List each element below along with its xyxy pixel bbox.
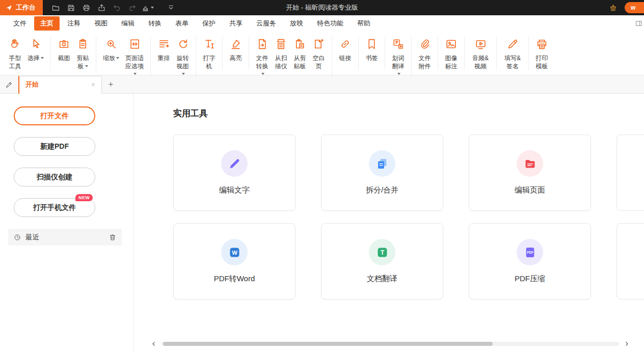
bookmark-icon	[365, 38, 378, 50]
ribbon-item-print-template[interactable]: 打印模板	[532, 36, 551, 70]
scroll-right-icon[interactable]	[624, 341, 630, 347]
foxit-logo-icon	[5, 4, 13, 12]
ribbon-group: 书签	[359, 36, 385, 70]
edit-text-icon	[228, 157, 242, 171]
ribbon-item-scanner[interactable]: 从扫描仪	[272, 36, 290, 70]
reflow-icon	[157, 38, 170, 50]
ribbon-item-paste-clipboard[interactable]: 从剪贴板	[290, 36, 309, 70]
tool-card-label: PDF压缩	[515, 274, 545, 284]
redo-icon	[128, 4, 137, 12]
pen-tool-button[interactable]	[0, 75, 18, 94]
ribbon-item-clipboard[interactable]: 剪贴板	[73, 36, 92, 70]
menu-item[interactable]: 编辑	[115, 16, 141, 31]
menu-item[interactable]: 共享	[223, 16, 249, 31]
ribbon-item-reflow[interactable]: 重排	[154, 36, 173, 63]
undo-button[interactable]	[109, 0, 124, 15]
tool-card[interactable]: PDF压缩	[469, 223, 591, 300]
menu-item[interactable]: 放映	[284, 16, 309, 31]
menu-item[interactable]: 表单	[169, 16, 195, 31]
basket-icon	[609, 4, 618, 12]
fill-sign-icon	[506, 38, 519, 50]
ribbon-item-attachment[interactable]: 文件附件	[415, 36, 434, 70]
ribbon-item-label: 缩放	[103, 55, 119, 63]
tab-start[interactable]: 开始	[18, 76, 102, 94]
scrollbar-track[interactable]	[162, 342, 619, 346]
open-folder-button[interactable]	[48, 0, 63, 15]
print-icon	[82, 4, 91, 12]
tool-card[interactable]: 文档翻译	[321, 223, 443, 300]
ribbon-item-label: 文件附件	[419, 55, 431, 70]
ribbon-group: 音频&视频	[465, 36, 497, 70]
tool-card[interactable]: 拆分/合并	[321, 134, 443, 211]
workspace-button[interactable]: 工作台	[0, 0, 43, 15]
member-pill-button[interactable]: w	[625, 2, 644, 13]
ribbon-item-translate[interactable]: 划词翻译	[389, 36, 408, 78]
redo-button[interactable]	[124, 0, 140, 15]
horizontal-scrollbar[interactable]	[151, 340, 630, 348]
menu-item[interactable]: 云服务	[250, 16, 282, 31]
clear-recent-button[interactable]	[109, 233, 117, 241]
panel-toggle-button[interactable]	[635, 19, 643, 28]
menu-item[interactable]: 转换	[142, 16, 168, 31]
scroll-left-icon[interactable]	[151, 341, 157, 347]
recent-section[interactable]: 最近	[8, 229, 122, 246]
sidebar-button[interactable]: 打开文件	[14, 106, 95, 125]
stamp-button[interactable]	[140, 0, 155, 15]
window-title: 开始 - 福昕阅读器专业版	[286, 0, 358, 15]
ribbon-toolbar: 手型工具选择截图剪贴板缩放页面适应选项重排旋转视图打字机高亮文件转换从扫描仪从剪…	[0, 32, 644, 75]
tool-card[interactable]: 编辑页面	[469, 134, 591, 211]
scrollbar-thumb[interactable]	[163, 342, 493, 346]
ribbon-item-rotate-view[interactable]: 旋转视图	[173, 36, 192, 78]
tool-card-partial[interactable]	[616, 134, 644, 211]
sidebar-button[interactable]: 打开手机文件NEW	[14, 198, 95, 217]
tab-close-button[interactable]	[88, 79, 98, 90]
sidebar-button[interactable]: 扫描仪创建	[14, 168, 95, 186]
tool-card-icon-bg	[369, 239, 395, 265]
collapse-toolbar-button[interactable]	[163, 0, 178, 15]
ribbon-item-label: 图像标注	[445, 55, 458, 70]
tools-row: PDF转Word文档翻译PDF压缩	[173, 223, 644, 300]
main-panel: 实用工具 编辑文字拆分/合并编辑页面 PDF转Word文档翻译PDF压缩	[133, 94, 644, 352]
tool-card-partial[interactable]	[616, 223, 644, 300]
tool-card[interactable]: PDF转Word	[173, 223, 296, 300]
dropdown-caret	[85, 65, 88, 67]
sidebar-button[interactable]: 新建PDF	[14, 137, 95, 156]
ribbon-item-typewriter[interactable]: 打字机	[200, 36, 219, 70]
menu-item[interactable]: 主页	[34, 16, 60, 31]
convert-file-icon	[256, 38, 269, 50]
promo-basket-button[interactable]	[605, 0, 621, 15]
ribbon-group: 划词翻译	[385, 36, 412, 78]
new-tab-button[interactable]	[102, 76, 119, 93]
ribbon-item-fill-sign[interactable]: 填写&签名	[500, 36, 525, 70]
ribbon-item-audio-video[interactable]: 音频&视频	[468, 36, 493, 70]
clock-icon	[13, 233, 21, 241]
ribbon-item-bookmark[interactable]: 书签	[362, 36, 381, 63]
ribbon-item-image-annotation[interactable]: 图像标注	[442, 36, 461, 70]
menu-item[interactable]: 文件	[7, 16, 33, 31]
ribbon-item-link[interactable]: 链接	[336, 36, 355, 63]
menu-item[interactable]: 保护	[196, 16, 222, 31]
tool-card[interactable]: 编辑文字	[173, 134, 296, 211]
export-button[interactable]	[94, 0, 109, 15]
ribbon-item-label: 音频&视频	[471, 55, 490, 70]
content: 打开文件新建PDF扫描仪创建打开手机文件NEW 最近 实用工具 编辑文字拆分/合…	[0, 94, 644, 352]
dropdown-caret	[151, 7, 154, 9]
save-button[interactable]	[63, 0, 78, 15]
collapse-toolbar-icon	[167, 4, 175, 12]
menu-item[interactable]: 帮助	[351, 16, 377, 31]
print-button[interactable]	[78, 0, 94, 15]
ribbon-item-page-fit[interactable]: 页面适应选项	[122, 36, 147, 78]
ribbon-item-label: 手型工具	[9, 55, 21, 70]
menu-item[interactable]: 特色功能	[311, 16, 350, 31]
ribbon-item-blank-page[interactable]: 空白页	[309, 36, 328, 70]
ribbon-item-highlight[interactable]: 高亮	[226, 36, 245, 63]
menu-item[interactable]: 视图	[88, 16, 114, 31]
menu-item[interactable]: 注释	[61, 16, 87, 31]
save-icon	[67, 4, 75, 12]
hand-icon	[9, 38, 21, 50]
ribbon-item-convert-file[interactable]: 文件转换	[253, 36, 272, 78]
ribbon-item-select-cursor[interactable]: 选择	[24, 36, 47, 63]
ribbon-item-snapshot[interactable]: 截图	[55, 36, 73, 63]
ribbon-item-zoom[interactable]: 缩放	[100, 36, 122, 63]
ribbon-item-hand[interactable]: 手型工具	[6, 36, 24, 70]
